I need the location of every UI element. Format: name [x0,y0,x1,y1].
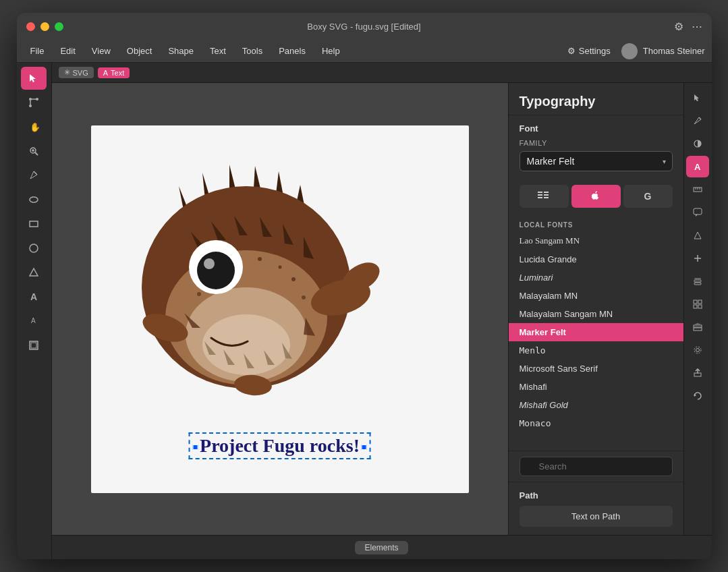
user-name: Thomas Steiner [643,46,705,56]
text-on-path-button[interactable]: Text on Path [520,506,673,527]
svg-icon: ✳ [64,68,70,77]
menu-edit[interactable]: Edit [53,43,82,59]
family-label: Family [520,139,673,147]
right-tool-undo[interactable] [686,385,709,407]
right-tool-gear[interactable] [686,339,709,361]
font-item[interactable]: Microsoft Sans Serif [509,360,683,378]
tool-select[interactable] [21,67,47,90]
tool-triangle[interactable] [21,261,47,284]
svg-point-34 [278,265,281,268]
minimize-button[interactable] [40,22,49,31]
font-tab-apple[interactable] [571,185,621,208]
list-icon [538,192,550,201]
svg-rect-85 [694,325,702,327]
right-tool-triangle[interactable] [686,225,709,246]
font-tab-google[interactable]: G [623,185,673,208]
titlebar: Boxy SVG - fugu.svg [Edited] ⚙ ⋯ [17,13,712,40]
tool-node[interactable] [21,91,47,114]
canvas-bg: Project Fugu rocks! [91,125,469,493]
font-item[interactable]: Monaco [509,414,683,432]
canvas-text[interactable]: Project Fugu rocks! [188,432,371,459]
font-item-marker-felt[interactable]: Marker Felt [509,323,683,341]
font-item[interactable]: Menlo [509,341,683,360]
tool-text-small[interactable]: A [21,310,47,333]
menu-panels[interactable]: Panels [272,43,312,59]
svg-rect-84 [694,328,702,331]
tool-ellipse[interactable] [21,188,47,211]
svg-text:✋: ✋ [30,121,39,132]
svg-rect-78 [694,280,701,282]
font-item[interactable]: Mishafi [509,378,683,396]
svg-line-65 [699,117,701,119]
menu-shape[interactable]: Shape [161,43,200,59]
menu-view[interactable]: View [85,43,117,59]
maximize-button[interactable] [55,22,63,31]
tab-svg-label: SVG [73,69,88,77]
tab-text[interactable]: A Text [98,67,130,78]
traffic-lights [26,22,63,31]
titlebar-right: ⚙ ⋯ [674,20,702,33]
settings-button[interactable]: ⚙ Settings [567,46,611,56]
menu-text[interactable]: Text [203,43,233,59]
right-tool-export[interactable] [686,362,709,384]
svg-marker-91 [694,394,696,397]
tab-text-label: Text [111,69,124,77]
menu-help[interactable]: Help [315,43,347,59]
left-toolbar: ✋ A A [17,63,52,559]
google-icon: G [644,191,652,202]
search-input[interactable] [520,457,673,476]
right-tool-plus[interactable] [686,248,709,269]
font-family-selector: Marker Felt ▾ [520,151,673,171]
right-tool-comment[interactable] [686,202,709,223]
font-item[interactable]: Lucida Grande [509,250,683,268]
svg-line-8 [35,152,38,155]
tool-text[interactable]: A [21,285,47,308]
apple-icon [590,191,601,202]
tab-area: ✳ SVG A Text [52,63,712,83]
svg-rect-62 [538,197,542,198]
svg-rect-81 [698,300,702,304]
tool-circle[interactable] [21,237,47,260]
elements-button[interactable]: Elements [355,541,408,554]
right-tool-contrast[interactable] [686,133,709,154]
menu-file[interactable]: File [24,43,51,59]
tool-rect[interactable] [21,212,47,235]
font-item[interactable]: Lao Sangam MN [509,231,683,250]
app-window: Boxy SVG - fugu.svg [Edited] ⚙ ⋯ File Ed… [17,13,712,559]
tool-pen[interactable] [21,164,47,187]
canvas-area[interactable]: Project Fugu rocks! [52,83,508,535]
svg-text:A: A [694,162,701,171]
local-fonts-header: LOCAL FONTS [509,219,683,231]
svg-point-29 [202,314,290,375]
font-item[interactable]: Mishafi Gold [509,396,683,414]
right-tool-grid[interactable] [686,293,709,315]
font-section-label: Font [520,123,673,134]
search-area: 🔍 [509,451,683,482]
font-item[interactable]: Malayalam MN [509,287,683,305]
right-tool-pointer[interactable] [686,87,709,109]
panel-title: Typography [509,83,683,115]
tool-hand[interactable]: ✋ [21,115,47,138]
right-tool-typography[interactable]: A [686,156,709,177]
tool-zoom[interactable] [21,140,47,163]
tool-frame[interactable] [21,334,47,357]
text-handle-left [192,445,198,450]
more-icon[interactable]: ⋯ [692,20,702,33]
puzzle-icon[interactable]: ⚙ [674,20,683,33]
font-family-dropdown[interactable]: Marker Felt [520,151,673,171]
menu-tools[interactable]: Tools [235,43,269,59]
right-tool-pen[interactable] [686,110,709,132]
font-item[interactable]: Malayalam Sangam MN [509,305,683,323]
font-tab-list[interactable] [520,185,569,208]
content-area: ✳ SVG A Text [52,63,712,559]
right-tool-library[interactable] [686,316,709,338]
right-tool-layers[interactable] [686,270,709,292]
tab-svg[interactable]: ✳ SVG [59,67,94,78]
svg-text:A: A [30,291,37,302]
right-tool-ruler[interactable] [686,179,709,200]
close-button[interactable] [26,22,35,31]
menu-object[interactable]: Object [120,43,159,59]
svg-point-87 [696,349,700,352]
font-item[interactable]: Luminari [509,268,683,287]
svg-rect-80 [694,300,697,304]
